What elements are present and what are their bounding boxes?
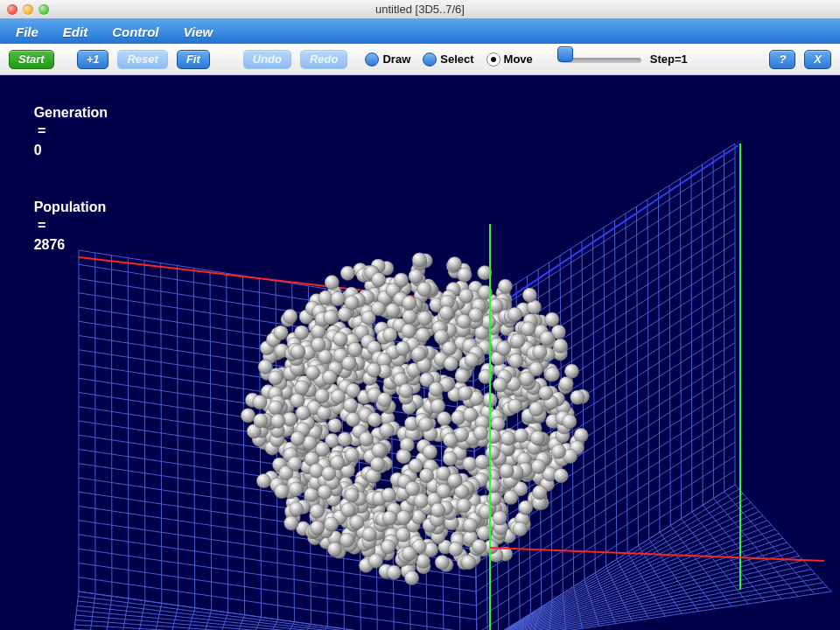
svg-point-881 — [412, 253, 426, 267]
mode-move[interactable]: Move — [486, 52, 533, 66]
mode-radio-group: Draw Select Move — [365, 52, 532, 66]
menu-file[interactable]: File — [16, 24, 38, 39]
svg-point-1032 — [269, 371, 283, 385]
svg-point-1299 — [380, 424, 394, 438]
svg-line-88 — [681, 178, 682, 519]
svg-point-1217 — [345, 488, 359, 502]
reset-button[interactable]: Reset — [117, 50, 167, 69]
svg-point-974 — [290, 502, 304, 516]
slider-thumb-icon[interactable] — [557, 46, 573, 62]
svg-point-776 — [340, 266, 354, 280]
svg-point-1342 — [368, 413, 382, 427]
svg-point-1385 — [430, 399, 444, 413]
svg-point-1255 — [318, 485, 332, 499]
svg-point-1356 — [486, 429, 500, 443]
svg-point-1049 — [519, 500, 533, 514]
svg-point-1043 — [340, 533, 354, 547]
svg-point-1196 — [394, 273, 408, 287]
help-button[interactable]: ? — [769, 50, 795, 69]
svg-point-1398 — [399, 384, 413, 398]
cell-cluster — [241, 253, 589, 585]
menu-control[interactable]: Control — [112, 24, 158, 39]
svg-point-1111 — [372, 273, 386, 287]
svg-line-120 — [76, 615, 468, 630]
svg-point-912 — [559, 376, 573, 390]
svg-point-813 — [574, 428, 588, 442]
svg-point-1009 — [310, 504, 324, 518]
svg-point-1311 — [529, 402, 543, 416]
svg-point-1147 — [381, 540, 395, 554]
menu-view[interactable]: View — [184, 24, 214, 39]
step-once-button[interactable]: +1 — [77, 50, 109, 69]
svg-point-719 — [325, 276, 339, 290]
svg-point-1352 — [409, 458, 423, 472]
svg-point-1328 — [331, 456, 345, 470]
svg-point-1394 — [465, 353, 479, 367]
svg-point-1071 — [472, 539, 486, 553]
svg-line-86 — [669, 186, 670, 526]
svg-point-1136 — [295, 381, 309, 395]
svg-point-1392 — [443, 452, 457, 466]
svg-point-1220 — [510, 334, 524, 348]
mode-select-label: Select — [440, 52, 473, 66]
svg-point-1327 — [457, 314, 471, 328]
svg-point-1387 — [359, 432, 373, 446]
toolbar: Start +1 Reset Fit Undo Redo Draw Select… — [0, 44, 840, 75]
svg-point-1396 — [458, 386, 472, 400]
svg-point-1179 — [324, 311, 338, 325]
svg-point-1278 — [417, 282, 431, 296]
svg-point-1382 — [370, 457, 384, 471]
svg-point-1213 — [333, 332, 347, 346]
mode-draw[interactable]: Draw — [365, 52, 410, 66]
svg-point-986 — [317, 406, 331, 420]
svg-point-1156 — [551, 444, 565, 458]
svg-point-768 — [327, 542, 341, 556]
mode-select[interactable]: Select — [423, 52, 473, 66]
viewport-3d[interactable]: Generation = 0 Population = 2876 — [0, 75, 840, 630]
step-label: Step=1 — [650, 52, 688, 66]
svg-point-740 — [435, 556, 449, 570]
menu-edit[interactable]: Edit — [63, 24, 88, 39]
start-button[interactable]: Start — [9, 50, 54, 69]
radio-icon — [486, 52, 500, 66]
undo-button[interactable]: Undo — [243, 50, 291, 69]
svg-point-1197 — [521, 322, 535, 336]
svg-point-1268 — [396, 510, 410, 524]
svg-point-1134 — [269, 401, 283, 415]
svg-point-1301 — [423, 444, 437, 458]
svg-point-1120 — [489, 298, 503, 312]
svg-point-1031 — [449, 542, 463, 556]
svg-point-1291 — [508, 399, 522, 413]
svg-point-1036 — [254, 414, 268, 428]
svg-point-1393 — [411, 347, 425, 361]
redo-button[interactable]: Redo — [300, 50, 348, 69]
svg-point-1230 — [493, 511, 507, 525]
svg-point-1402 — [429, 382, 443, 396]
svg-point-1171 — [271, 414, 285, 428]
step-slider[interactable]: Step=1 — [561, 52, 688, 66]
svg-point-939 — [513, 522, 527, 536]
svg-point-1127 — [545, 368, 559, 382]
svg-point-1361 — [496, 341, 510, 355]
svg-point-1221 — [530, 430, 544, 444]
svg-point-1210 — [486, 479, 500, 493]
svg-point-1358 — [396, 450, 410, 464]
menu-bar: File Edit Control View — [0, 19, 840, 44]
fit-button[interactable]: Fit — [177, 50, 210, 69]
svg-point-747 — [275, 484, 289, 498]
svg-point-946 — [294, 326, 308, 340]
title-bar: untitled [3D5..7/6] — [0, 0, 840, 19]
svg-point-1128 — [402, 547, 416, 561]
svg-point-1227 — [459, 289, 473, 303]
svg-point-1369 — [447, 473, 461, 487]
svg-line-92 — [703, 164, 704, 505]
svg-point-1389 — [434, 330, 448, 344]
svg-point-1242 — [500, 431, 514, 445]
svg-point-951 — [350, 515, 364, 529]
svg-point-1401 — [443, 433, 457, 447]
mode-draw-label: Draw — [382, 52, 410, 66]
svg-point-1305 — [479, 505, 493, 519]
radio-icon — [423, 52, 437, 66]
close-button[interactable]: X — [804, 50, 831, 69]
svg-point-1265 — [346, 383, 360, 397]
